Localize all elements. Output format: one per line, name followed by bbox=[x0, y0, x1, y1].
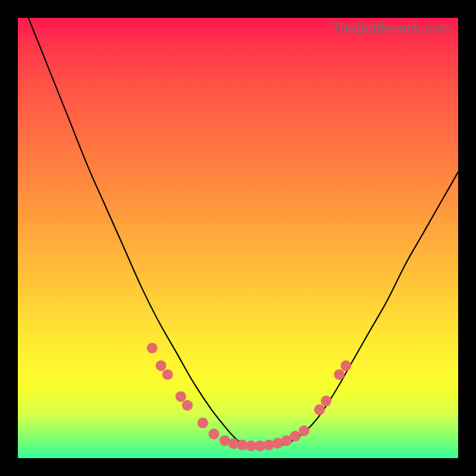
data-marker bbox=[182, 400, 193, 411]
data-marker bbox=[321, 396, 331, 406]
data-marker bbox=[198, 418, 208, 428]
data-marker bbox=[314, 405, 325, 415]
data-marker bbox=[176, 391, 186, 402]
data-marker bbox=[208, 428, 219, 439]
chart-svg bbox=[18, 18, 458, 458]
data-marker bbox=[156, 361, 167, 371]
marker-group bbox=[147, 343, 352, 451]
data-marker bbox=[162, 369, 173, 380]
data-marker bbox=[147, 343, 158, 353]
data-marker bbox=[340, 361, 351, 371]
bottleneck-curve bbox=[18, 18, 458, 446]
chart-plot-area: TheBottleneck.com bbox=[18, 18, 458, 458]
data-marker bbox=[334, 369, 345, 380]
data-marker bbox=[299, 425, 309, 436]
data-marker bbox=[264, 440, 274, 450]
